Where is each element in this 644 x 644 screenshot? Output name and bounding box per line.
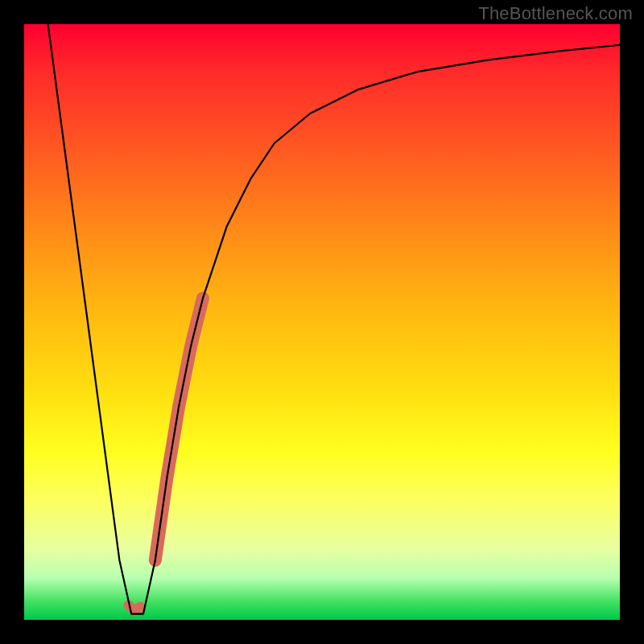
series-curve (48, 24, 620, 614)
plot-area (24, 24, 620, 620)
chart-frame: TheBottleneck.com (0, 0, 644, 644)
chart-svg (24, 24, 620, 620)
attribution-text: TheBottleneck.com (478, 3, 633, 24)
series-highlight-rising (155, 298, 203, 560)
